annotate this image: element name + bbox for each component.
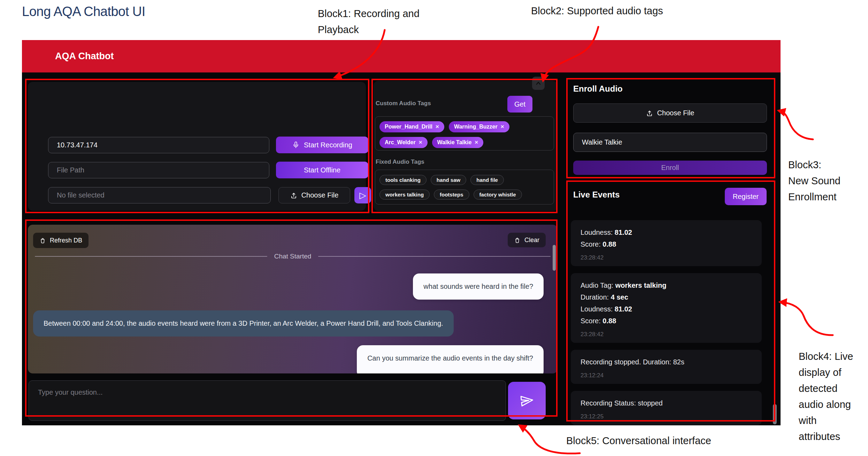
custom-tag-pill[interactable]: Arc_Welder× [379,137,428,148]
live-events-list: Loudness: 81.02Score: 0.8823:28:42Audio … [571,220,762,425]
choose-file-label: Choose File [301,191,339,199]
start-recording-label: Start Recording [304,141,352,149]
app-header-title: AQA Chatbot [55,51,114,62]
annotation-block3: Block3: New Sound Enrollment [788,157,840,205]
fixed-audio-tags-label: Fixed Audio Tags [376,159,424,165]
page-title: Long AQA Chatbot UI [22,4,145,19]
event-row: Duration: 4 sec [581,291,752,303]
enroll-sound-name-input[interactable] [573,133,767,152]
custom-tag-label: Walkie Talkie [437,139,472,146]
choose-file-button[interactable]: Choose File [278,187,350,203]
start-offline-label: Start Offline [304,166,340,174]
send-button[interactable] [508,382,546,419]
arrow-block3 [779,111,813,139]
clear-chat-button[interactable]: Clear [508,233,546,247]
event-card: Recording stopped. Duration: 82s23:12:24 [571,350,762,384]
selected-file-input[interactable] [48,187,271,203]
events-scrollbar-thumb[interactable] [773,404,777,424]
custom-tag-label: Warning_Buzzer [454,124,498,130]
event-row: Score: 0.88 [581,315,752,327]
event-row: Loudness: 81.02 [581,226,752,238]
trash-icon [39,237,46,244]
enroll-choose-file-label: Choose File [657,109,694,117]
arrow-block4 [781,302,833,335]
custom-tag-label: Arc_Welder [385,139,416,146]
play-outline-icon: ▷ [359,190,366,200]
clear-label: Clear [524,237,539,244]
fixed-tags-box: tools clankinghand sawhand fileworkers t… [375,170,554,204]
event-row: Recording stopped. Duration: 82s [581,356,752,368]
fixed-tag-pill: tools clanking [379,175,427,185]
custom-tags-box: Power_Hand_Drill×Warning_Buzzer×Arc_Weld… [375,116,554,150]
event-card: Audio Tag: workers talkingDuration: 4 se… [571,273,762,343]
remove-tag-icon[interactable]: × [475,139,478,146]
register-button[interactable]: Register [725,188,767,205]
annotation-block4: Block4: Live display of detected audio a… [799,348,853,445]
chat-question-input[interactable] [29,380,506,421]
event-row: Audio Tag: workers talking [581,279,752,291]
file-path-input[interactable] [48,162,269,178]
get-label: Get [514,100,525,108]
refresh-db-button[interactable]: Refresh DB [33,233,89,248]
paper-plane-icon [519,393,535,408]
annotation-block2: Block2: Supported audio tags [531,3,663,19]
enroll-button[interactable]: Enroll [573,161,767,175]
register-label: Register [733,193,759,201]
event-row: Loudness: 81.02 [581,303,752,315]
play-button[interactable]: ▷ [354,187,371,203]
fixed-tag-pill: workers talking [379,190,430,200]
annotation-block1: Block1: Recording and Playback [318,6,420,38]
fixed-tag-pill: hand file [470,175,504,185]
chat-scrollbar-thumb[interactable] [553,245,556,271]
upload-icon [290,192,297,199]
custom-audio-tags-label: Custom Audio Tags [376,100,431,107]
chat-panel: Refresh DB Clear Chat Started what sound… [28,225,558,373]
enroll-label: Enroll [661,164,679,172]
chevron-up-icon [535,80,542,87]
event-row: Score: 0.88 [581,238,752,250]
event-row: Recording Status: stopped [581,397,752,409]
divider-line [35,256,267,257]
chat-started-label: Chat Started [274,253,312,260]
chat-message-user: Can you summarize the audio events in th… [357,345,544,373]
upload-icon [646,110,653,117]
remove-tag-icon[interactable]: × [419,139,422,146]
page: Long AQA Chatbot UI Block1: Recording an… [0,0,868,456]
event-timestamp: 23:12:24 [581,372,752,379]
app-window: AQA Chatbot Start Recording Start Offlin… [22,40,781,425]
annotation-block5: Block5: Conversational interface [566,433,711,449]
custom-tag-label: Power_Hand_Drill [385,124,432,130]
recording-panel: Start Recording Start Offline Choose Fil… [28,82,366,211]
event-card: Recording Status: stopped23:12:25 [571,391,762,425]
chat-message-bot: Between 00:00 and 24:00, the audio event… [33,310,454,337]
ip-address-input[interactable] [48,137,269,153]
event-timestamp: 23:28:42 [581,254,752,261]
custom-tag-pill[interactable]: Warning_Buzzer× [449,121,509,132]
event-timestamp: 23:28:42 [581,331,752,338]
refresh-db-label: Refresh DB [50,237,82,244]
custom-tag-pill[interactable]: Walkie Talkie× [432,137,484,148]
get-tags-button[interactable]: Get [507,96,532,113]
enroll-audio-title: Enroll Audio [573,84,623,94]
start-recording-button[interactable]: Start Recording [276,137,368,153]
start-offline-button[interactable]: Start Offline [276,162,368,178]
trash-icon [514,237,521,244]
collapse-panel-button[interactable] [532,77,545,90]
microphone-icon [292,141,300,149]
fixed-tag-pill: footsteps [434,190,469,200]
chat-message-user: what sounds were heard in the file? [413,273,544,300]
app-header: AQA Chatbot [22,40,781,72]
divider-line [318,256,551,257]
fixed-tag-pill: factory whistle [474,190,522,200]
enroll-choose-file-button[interactable]: Choose File [573,103,767,123]
chat-started-divider: Chat Started [35,253,551,260]
custom-tag-pill[interactable]: Power_Hand_Drill× [379,121,444,132]
fixed-tag-pill: hand saw [431,175,466,185]
event-card: Loudness: 81.02Score: 0.8823:28:42 [571,220,762,266]
event-timestamp: 23:12:25 [581,413,752,420]
live-events-title: Live Events [573,190,620,200]
remove-tag-icon[interactable]: × [501,123,504,130]
remove-tag-icon[interactable]: × [436,123,439,130]
